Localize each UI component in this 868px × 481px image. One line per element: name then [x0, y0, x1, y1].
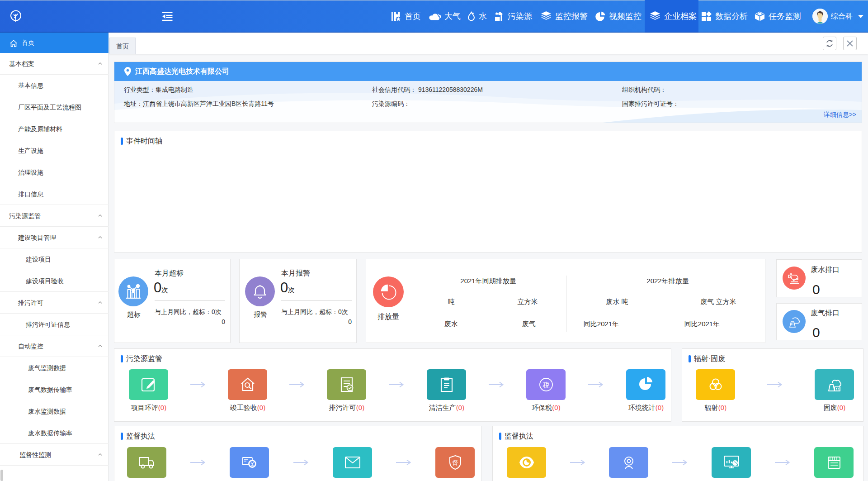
svg-text:督: 督 — [452, 459, 458, 466]
svg-text:税: 税 — [542, 381, 549, 389]
